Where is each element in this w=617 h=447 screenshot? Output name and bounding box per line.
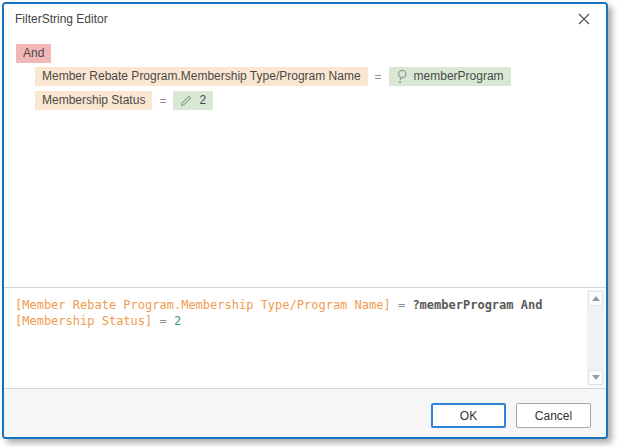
- condition-row: Membership Status = 2: [35, 91, 606, 110]
- condition-list: Member Rebate Program.Membership Type/Pr…: [35, 67, 606, 110]
- pencil-icon: [180, 94, 193, 107]
- condition-value[interactable]: 2: [173, 91, 213, 110]
- triangle-down-icon: [592, 375, 600, 380]
- filter-text-operator-1: =: [398, 298, 405, 312]
- parameter-icon: [396, 69, 408, 84]
- filter-text-area[interactable]: [Member Rebate Program.Membership Type/P…: [4, 288, 606, 388]
- cancel-button[interactable]: Cancel: [516, 403, 591, 428]
- filter-builder-panel: And Member Rebate Program.Membership Typ…: [4, 34, 606, 287]
- scroll-down-button[interactable]: [588, 370, 603, 385]
- group-operator-badge[interactable]: And: [16, 44, 51, 63]
- filter-text-field-1: [Member Rebate Program.Membership Type/P…: [15, 298, 391, 312]
- condition-row: Member Rebate Program.Membership Type/Pr…: [35, 67, 606, 86]
- filter-text-field-2: [Membership Status]: [15, 314, 152, 328]
- condition-value-label: memberProgram: [414, 69, 504, 84]
- title-bar: FilterString Editor: [4, 4, 606, 34]
- condition-operator[interactable]: =: [375, 70, 382, 84]
- condition-field[interactable]: Member Rebate Program.Membership Type/Pr…: [35, 67, 368, 86]
- filter-text-operator-2: =: [160, 314, 167, 328]
- filterstring-editor-dialog: FilterString Editor And Member Rebate Pr…: [2, 2, 608, 439]
- filter-text-parameter: ?memberProgram: [412, 298, 513, 312]
- dialog-title: FilterString Editor: [15, 12, 108, 26]
- vertical-scrollbar[interactable]: [587, 290, 604, 386]
- condition-value[interactable]: memberProgram: [389, 67, 511, 86]
- condition-operator[interactable]: =: [159, 94, 166, 108]
- filter-text: [Member Rebate Program.Membership Type/P…: [4, 288, 606, 329]
- footer-bar: OK Cancel: [4, 389, 606, 439]
- triangle-up-icon: [592, 296, 600, 301]
- condition-value-label: 2: [199, 93, 206, 108]
- filter-text-number: 2: [174, 314, 181, 328]
- close-icon[interactable]: [572, 8, 596, 30]
- filter-text-conjunction: And: [521, 298, 543, 312]
- condition-field[interactable]: Membership Status: [35, 91, 152, 110]
- ok-button[interactable]: OK: [431, 403, 506, 428]
- scroll-up-button[interactable]: [588, 291, 603, 306]
